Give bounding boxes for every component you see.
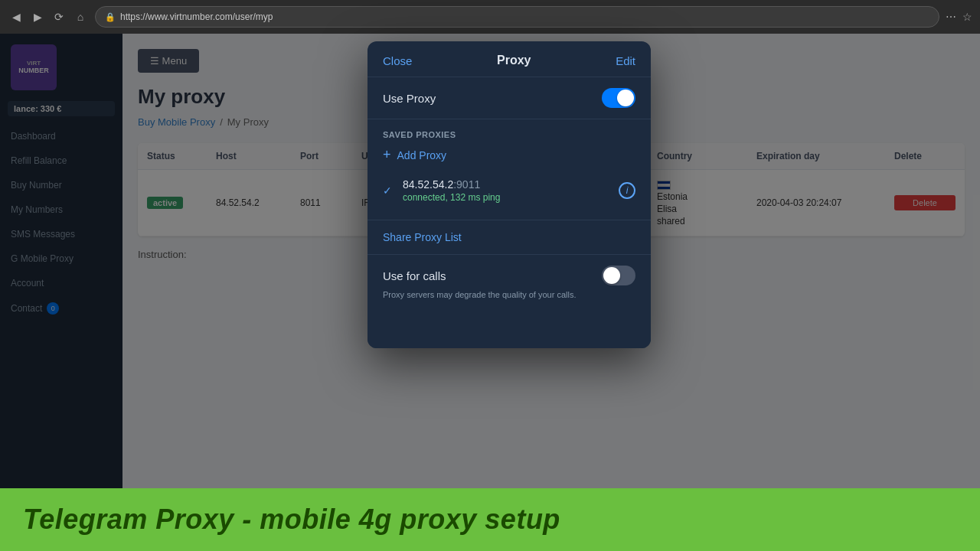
refresh-button[interactable]: ⟳ [51, 8, 67, 25]
url-text: https://www.virtnumber.com/user/myp [120, 11, 273, 22]
use-proxy-label: Use Proxy [383, 92, 436, 105]
proxy-info: 84.52.54.2:9011 connected, 132 ms ping [403, 178, 611, 203]
proxy-item: ✓ 84.52.54.2:9011 connected, 132 ms ping… [383, 172, 635, 209]
browser-right-icons: ⋯ ☆ [946, 11, 972, 23]
proxy-info-icon[interactable]: i [619, 182, 635, 199]
proxy-check-icon: ✓ [383, 184, 395, 197]
use-proxy-section: Use Proxy [368, 77, 651, 119]
add-proxy-button[interactable]: + Add Proxy [383, 147, 635, 163]
proxy-modal: Close Proxy Edit Use Proxy SAVED PROXIES… [368, 41, 651, 348]
modal-bottom [368, 310, 651, 348]
use-for-calls-toggle[interactable] [602, 266, 635, 285]
extensions-icon[interactable]: ⋯ [946, 11, 956, 23]
modal-header: Close Proxy Edit [368, 41, 651, 77]
proxy-address: 84.52.54.2:9011 [403, 178, 611, 191]
browser-chrome: ◀ ▶ ⟳ ⌂ 🔒 https://www.virtnumber.com/use… [0, 0, 980, 34]
use-proxy-toggle[interactable] [602, 88, 635, 108]
bookmark-icon[interactable]: ☆ [962, 11, 972, 23]
saved-proxies-section: SAVED PROXIES + Add Proxy ✓ 84.52.54.2:9… [368, 119, 651, 220]
add-proxy-label: Add Proxy [397, 149, 447, 161]
modal-close-button[interactable]: Close [383, 54, 412, 67]
use-proxy-row: Use Proxy [383, 88, 635, 108]
forward-button[interactable]: ▶ [29, 8, 46, 25]
saved-proxies-label: SAVED PROXIES [383, 130, 635, 139]
back-button[interactable]: ◀ [8, 8, 24, 25]
home-button[interactable]: ⌂ [72, 8, 89, 25]
address-bar[interactable]: 🔒 https://www.virtnumber.com/user/myp [95, 6, 939, 28]
use-for-calls-label: Use for calls [383, 269, 446, 282]
modal-title: Proxy [497, 54, 531, 67]
use-for-calls-section: Use for calls Proxy servers may degrade … [368, 255, 651, 310]
proxy-status: connected, 132 ms ping [403, 192, 611, 203]
page-wrapper: VIRT NUMBER lance: 330 € Dashboard Refil… [0, 34, 980, 551]
modal-edit-button[interactable]: Edit [616, 54, 635, 67]
add-icon: + [383, 147, 391, 163]
share-proxy-button[interactable]: Share Proxy List [368, 220, 651, 255]
browser-nav-icons: ◀ ▶ ⟳ ⌂ [8, 8, 89, 25]
lock-icon: 🔒 [105, 12, 116, 22]
use-for-calls-row: Use for calls [383, 266, 635, 285]
proxy-port: :9011 [453, 178, 480, 191]
banner-text: Telegram Proxy - mobile 4g proxy setup [23, 504, 957, 536]
green-banner: Telegram Proxy - mobile 4g proxy setup [0, 488, 980, 551]
calls-note: Proxy servers may degrade the quality of… [383, 290, 635, 299]
